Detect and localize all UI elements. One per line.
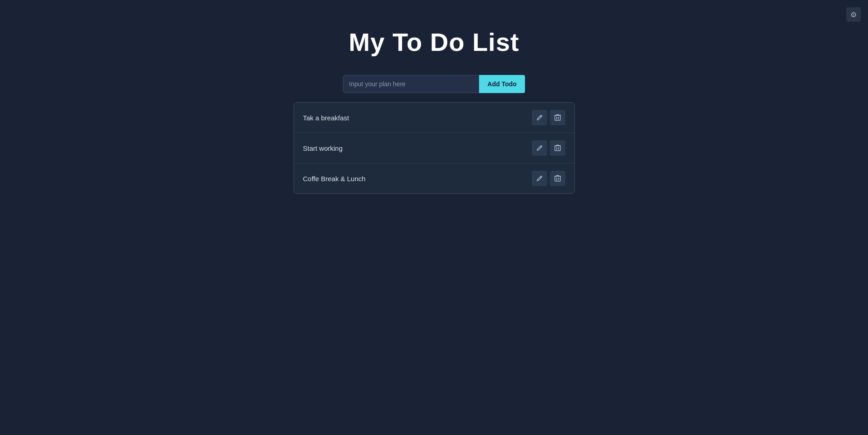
- edit-button[interactable]: [532, 171, 547, 186]
- svg-rect-1: [555, 146, 560, 151]
- edit-icon: [536, 144, 543, 152]
- todo-actions: [532, 171, 565, 186]
- todo-text: Coffe Break & Lunch: [303, 175, 532, 183]
- settings-button[interactable]: ⚙: [846, 7, 861, 22]
- todo-input[interactable]: [343, 75, 479, 93]
- add-todo-button[interactable]: Add Todo: [479, 75, 525, 93]
- delete-button[interactable]: [550, 140, 565, 156]
- edit-icon: [536, 175, 543, 182]
- edit-button[interactable]: [532, 110, 547, 125]
- todo-item: Start working: [294, 133, 574, 163]
- edit-icon: [536, 114, 543, 121]
- trash-icon: [554, 175, 561, 182]
- main-container: My To Do List Add Todo Tak a breakfast: [0, 0, 868, 194]
- trash-icon: [554, 114, 561, 121]
- todo-text: Tak a breakfast: [303, 114, 532, 122]
- todo-item: Tak a breakfast: [294, 103, 574, 133]
- todo-actions: [532, 140, 565, 156]
- input-row: Add Todo: [343, 75, 525, 93]
- trash-icon: [554, 144, 561, 152]
- svg-rect-2: [555, 176, 560, 181]
- gear-icon: ⚙: [850, 10, 857, 19]
- todo-list: Tak a breakfast S: [294, 102, 575, 194]
- todo-item: Coffe Break & Lunch: [294, 163, 574, 193]
- delete-button[interactable]: [550, 110, 565, 125]
- edit-button[interactable]: [532, 140, 547, 156]
- page-title: My To Do List: [349, 27, 520, 57]
- todo-text: Start working: [303, 144, 532, 152]
- svg-rect-0: [555, 115, 560, 120]
- todo-actions: [532, 110, 565, 125]
- delete-button[interactable]: [550, 171, 565, 186]
